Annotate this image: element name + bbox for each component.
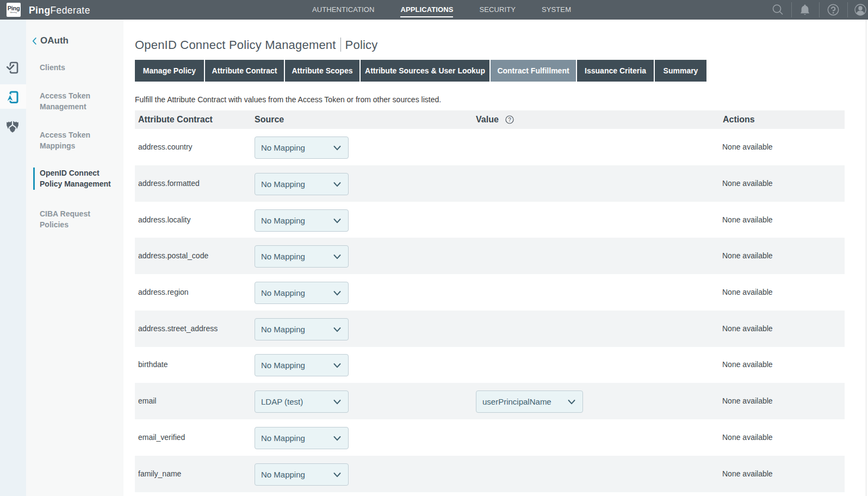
svg-text:?: ? [508,117,511,123]
